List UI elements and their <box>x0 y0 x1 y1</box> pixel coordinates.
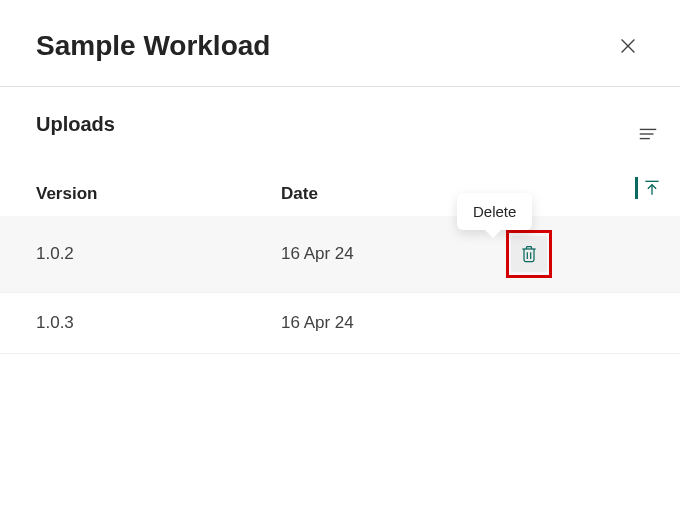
table-header: Version Date <box>0 172 680 216</box>
main-panel: Uploads Version Date 1.0.2 16 Apr 24 <box>0 87 680 354</box>
delete-button[interactable] <box>511 236 547 272</box>
menu-button[interactable] <box>634 120 662 148</box>
table-row[interactable]: 1.0.3 16 Apr 24 <box>0 293 680 354</box>
close-icon <box>617 35 639 57</box>
upload-button[interactable] <box>634 174 662 202</box>
close-button[interactable] <box>612 30 644 62</box>
trash-icon <box>519 244 539 264</box>
menu-icon <box>637 123 659 145</box>
delete-tooltip: Delete <box>457 193 532 230</box>
cell-actions <box>481 236 644 272</box>
cell-date: 16 Apr 24 <box>281 313 481 333</box>
cell-date: 16 Apr 24 <box>281 244 481 264</box>
indicator-bar <box>635 177 638 199</box>
section-title: Uploads <box>0 87 680 144</box>
cell-version: 1.0.3 <box>36 313 281 333</box>
content: Uploads Version Date 1.0.2 16 Apr 24 <box>0 87 680 354</box>
cell-version: 1.0.2 <box>36 244 281 264</box>
table-row[interactable]: 1.0.2 16 Apr 24 <box>0 216 680 293</box>
page-title: Sample Workload <box>36 30 270 62</box>
column-header-version: Version <box>36 184 281 204</box>
column-header-date: Date <box>281 184 481 204</box>
side-controls <box>634 120 662 202</box>
header: Sample Workload <box>0 0 680 87</box>
action-wrapper <box>511 236 547 272</box>
upload-icon <box>642 178 662 198</box>
uploads-table: Version Date 1.0.2 16 Apr 24 <box>0 172 680 354</box>
